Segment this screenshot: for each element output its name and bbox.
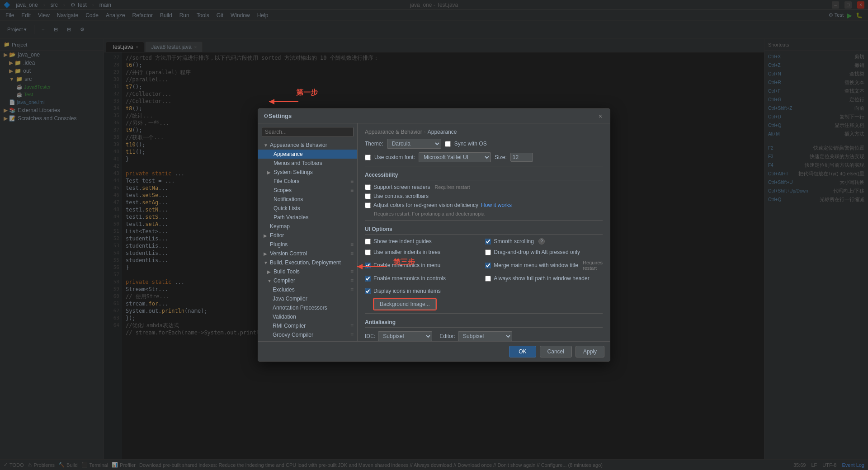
dialog-close-btn[interactable]: × <box>596 112 604 120</box>
ui-options-header: UI Options <box>365 226 603 235</box>
adjust-colors-row: Adjust colors for red-green vision defic… <box>365 202 603 208</box>
tree-scopes[interactable]: Scopes ≡ <box>258 186 357 195</box>
tree-file-colors[interactable]: File Colors ≡ <box>258 177 357 186</box>
smooth-scrolling-help[interactable]: ? <box>538 238 545 244</box>
tree-path-vars-label: Path Variables <box>274 214 308 221</box>
merge-requires-restart: Requires restart <box>583 260 603 271</box>
dialog-title-bar: ⚙ Settings × <box>258 109 610 123</box>
apply-btn[interactable]: Apply <box>576 346 604 357</box>
drag-drop-label: Drag-and-drop with Alt pressed only <box>494 249 580 255</box>
tree-groovy-compiler[interactable]: Groovy Compiler ≡ <box>258 330 357 339</box>
tree-excludes-label: Excludes <box>273 287 295 293</box>
accessibility-header: Accessibility <box>365 172 603 180</box>
smaller-indents-label: Use smaller indents in trees <box>373 249 440 255</box>
dialog-title-icon: ⚙ <box>264 113 269 119</box>
ide-aa-group: IDE: Subpixel Grayscale No antialiasing <box>365 331 432 341</box>
merge-main-menu-checkbox[interactable] <box>485 263 491 268</box>
settings-content: Appearance & Behavior › Appearance Theme… <box>358 123 610 341</box>
bg-image-area: Background Image... <box>374 297 603 310</box>
how-it-works-link[interactable]: How it works <box>481 202 512 208</box>
tree-excludes[interactable]: Excludes ≡ <box>258 285 357 294</box>
ide-aa-label: IDE: <box>365 333 375 339</box>
cancel-btn[interactable]: Cancel <box>540 346 572 357</box>
tree-compiler-label: Compiler <box>274 277 295 284</box>
dialog-body: ▼ Appearance & Behavior Appearance Menus… <box>258 123 610 341</box>
ui-options-grid: Show tree indent guides Smooth scrolling… <box>365 238 603 284</box>
enable-mnemonics-menu-row: Enable mnemonics in menu <box>365 260 478 271</box>
tree-appearance-label: Appearance <box>274 151 303 157</box>
screen-readers-checkbox[interactable] <box>365 184 371 190</box>
contrast-scrollbars-row: Use contrast scrollbars <box>365 193 603 199</box>
smooth-scrolling-row: Smooth scrolling ? <box>485 238 603 244</box>
tree-quick-lists-label: Quick Lists <box>274 205 300 212</box>
tree-vc-label: Version Control <box>270 250 307 257</box>
tree-notifications-label: Notifications <box>274 196 303 202</box>
tree-annotation-label: Annotation Processors <box>273 305 327 311</box>
annotation-step1: 第一步 <box>296 88 318 98</box>
smaller-indents-row: Use smaller indents in trees <box>365 249 478 255</box>
sep3 <box>365 313 603 314</box>
smooth-scrolling-checkbox[interactable] <box>485 239 491 244</box>
tree-keymap[interactable]: Keymap <box>258 222 357 231</box>
custom-font-checkbox[interactable] <box>365 155 371 160</box>
requires-restart-note: Requires restart. For protanopia and deu… <box>374 211 603 216</box>
theme-select[interactable]: Darcula IntelliJ Light High contrast <box>387 139 441 149</box>
tree-system-label: System Settings <box>274 169 313 175</box>
tree-ab-arrow: ▼ <box>264 143 268 148</box>
tree-annotation-processors[interactable]: Annotation Processors <box>258 303 357 312</box>
breadcrumb-parent: Appearance & Behavior <box>365 129 422 135</box>
drag-drop-checkbox[interactable] <box>485 249 491 255</box>
tree-java-compiler-label: Java Compiler <box>273 296 307 302</box>
tree-build-tools-label: Build Tools <box>274 268 300 275</box>
custom-font-row: Use custom font: Microsoft YaHei UI Size… <box>365 152 603 162</box>
font-size-input[interactable] <box>510 153 533 162</box>
smaller-indents-checkbox[interactable] <box>365 249 371 255</box>
contrast-scrollbars-checkbox[interactable] <box>365 193 371 199</box>
custom-font-select[interactable]: Microsoft YaHei UI <box>419 152 491 162</box>
always-show-path-checkbox[interactable] <box>485 276 491 282</box>
tree-compiler[interactable]: ▼ Compiler ≡ <box>258 276 357 285</box>
tree-version-control[interactable]: ▶ Version Control ≡ <box>258 249 357 258</box>
tree-editor[interactable]: ▶ Editor <box>258 231 357 240</box>
tree-appearance-behavior[interactable]: ▼ Appearance & Behavior <box>258 141 357 150</box>
mnemonics-menu-checkbox[interactable] <box>365 263 371 268</box>
screen-readers-row: Support screen readers Requires restart <box>365 184 603 190</box>
background-image-btn[interactable]: Background Image... <box>374 299 436 310</box>
tree-build-tools[interactable]: ▶ Build Tools ≡ <box>258 267 357 276</box>
requires-restart-label: Requires restart <box>434 184 470 190</box>
tree-java-compiler[interactable]: Java Compiler <box>258 294 357 303</box>
editor-aa-select[interactable]: Subpixel Grayscale No antialiasing <box>458 331 512 341</box>
tree-system-settings[interactable]: ▶ System Settings <box>258 168 357 177</box>
sync-with-os-checkbox[interactable] <box>445 141 451 147</box>
tree-menus-toolbars[interactable]: Menus and Toolbars <box>258 159 357 168</box>
ide-aa-select[interactable]: Subpixel Grayscale No antialiasing <box>378 331 432 341</box>
tree-rmi-compiler[interactable]: RMI Compiler ≡ <box>258 321 357 330</box>
ok-btn[interactable]: OK <box>509 346 536 357</box>
tree-notifications[interactable]: Notifications <box>258 195 357 204</box>
breadcrumb: Appearance & Behavior › Appearance <box>365 129 603 135</box>
settings-tree: ▼ Appearance & Behavior Appearance Menus… <box>258 123 358 341</box>
display-icons-checkbox[interactable] <box>365 288 371 294</box>
tree-appearance[interactable]: Appearance <box>258 150 357 159</box>
size-label: Size: <box>495 154 507 160</box>
editor-aa-group: Editor: Subpixel Grayscale No antialiasi… <box>439 331 512 341</box>
tree-validation[interactable]: Validation <box>258 312 357 321</box>
tree-path-variables[interactable]: Path Variables <box>258 213 357 222</box>
tree-build-exec[interactable]: ▼ Build, Execution, Deployment <box>258 258 357 267</box>
tree-keymap-label: Keymap <box>270 223 290 230</box>
tree-plugins[interactable]: Plugins ≡ <box>258 240 357 249</box>
theme-label: Theme: <box>365 141 383 147</box>
enable-mnemonics-controls-row: Enable mnemonics in controls <box>365 275 478 282</box>
antialiasing-header: Antialiasing <box>365 319 603 328</box>
always-show-path-label: Always show full path in window header <box>494 275 589 282</box>
display-icons-label: Display icons in menu items <box>373 288 441 294</box>
contrast-scrollbars-label: Use contrast scrollbars <box>373 193 429 199</box>
mnemonics-controls-checkbox[interactable] <box>365 276 371 282</box>
tree-quick-lists[interactable]: Quick Lists <box>258 204 357 213</box>
settings-search-input[interactable] <box>262 127 354 137</box>
tree-scopes-label: Scopes <box>274 187 292 193</box>
screen-readers-label: Support screen readers <box>373 184 430 190</box>
tree-menus-label: Menus and Toolbars <box>274 160 322 166</box>
adjust-colors-checkbox[interactable] <box>365 202 371 208</box>
show-tree-indent-checkbox[interactable] <box>365 239 371 244</box>
